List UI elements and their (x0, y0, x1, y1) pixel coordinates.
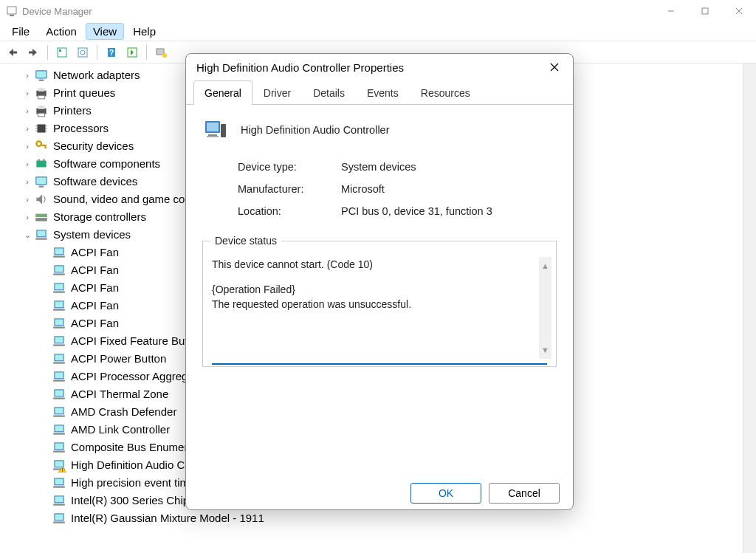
maximize-button[interactable] (688, 0, 722, 22)
svg-rect-10 (78, 48, 87, 57)
svg-rect-75 (55, 408, 63, 413)
chevron-right-icon[interactable]: › (22, 102, 32, 120)
vertical-scrollbar[interactable] (743, 63, 756, 553)
app-icon (6, 5, 18, 17)
menu-action[interactable]: Action (38, 23, 84, 40)
svg-rect-89 (53, 486, 65, 487)
dialog-titlebar: High Definition Audio Controller Propert… (186, 54, 573, 80)
chevron-right-icon[interactable]: › (22, 190, 32, 208)
menu-file[interactable]: File (4, 23, 37, 40)
tree-label: ACPI Fan (71, 279, 119, 297)
help-icon[interactable]: ? (103, 44, 120, 61)
svg-rect-9 (59, 49, 61, 52)
device-icon[interactable] (153, 44, 169, 61)
tab-events[interactable]: Events (356, 80, 410, 105)
refresh-icon[interactable] (75, 44, 91, 61)
tree-label: ACPI Thermal Zone (71, 385, 168, 403)
device-status-legend: Device status (210, 235, 281, 247)
device-icon (52, 298, 66, 313)
device-icon (52, 387, 66, 402)
tab-details[interactable]: Details (302, 80, 356, 105)
tree-label: ACPI Power Button (71, 350, 166, 368)
svg-rect-101 (208, 134, 217, 136)
svg-rect-67 (53, 362, 65, 363)
titlebar: Device Manager (0, 0, 756, 22)
svg-rect-15 (157, 49, 164, 55)
svg-rect-21 (38, 88, 45, 91)
status-line-1: This device cannot start. (Code 10) (212, 257, 535, 272)
chevron-right-icon[interactable]: › (22, 173, 32, 190)
computer-icon (202, 117, 229, 143)
svg-text:?: ? (109, 49, 114, 57)
device-icon (34, 192, 49, 207)
svg-rect-41 (39, 186, 44, 188)
cancel-button[interactable]: Cancel (489, 483, 560, 504)
tab-driver[interactable]: Driver (252, 80, 302, 105)
minimize-button[interactable] (654, 0, 688, 22)
close-button[interactable] (722, 0, 756, 22)
device-icon (52, 422, 66, 437)
dialog-close-button[interactable] (543, 56, 566, 78)
device-icon (34, 157, 49, 171)
chevron-right-icon[interactable]: › (22, 155, 32, 173)
svg-rect-61 (53, 326, 65, 328)
chevron-right-icon[interactable]: › (22, 137, 32, 155)
device-icon (34, 86, 49, 100)
tree-label: ACPI Fan (71, 297, 119, 315)
chevron-down-icon[interactable]: ⌄ (22, 226, 32, 244)
dialog-body: High Definition Audio Controller Device … (186, 105, 573, 478)
svg-rect-25 (38, 113, 45, 116)
status-scrollbar[interactable]: ▲ ▼ (539, 257, 551, 359)
label-location: Location: (238, 205, 341, 217)
dialog-buttons: OK Cancel (186, 478, 573, 504)
svg-rect-46 (35, 238, 47, 239)
svg-point-16 (162, 53, 167, 58)
svg-rect-99 (207, 123, 219, 131)
chevron-right-icon[interactable]: › (22, 120, 32, 137)
ok-button[interactable]: OK (410, 483, 481, 504)
svg-rect-79 (53, 433, 65, 434)
forward-button[interactable] (25, 44, 41, 61)
back-button[interactable] (4, 44, 21, 61)
device-icon (52, 405, 66, 419)
svg-rect-72 (55, 390, 63, 396)
device-icon: ! (52, 458, 66, 473)
scan-icon[interactable] (124, 44, 140, 61)
device-icon (34, 103, 49, 118)
tree-device[interactable]: Intel(R) Gaussian Mixture Model - 1911 (15, 509, 743, 527)
svg-rect-18 (36, 71, 46, 78)
svg-rect-49 (53, 255, 65, 257)
tab-resources[interactable]: Resources (410, 80, 481, 105)
svg-rect-100 (221, 124, 226, 137)
tree-label: High precision event timer (71, 474, 199, 492)
tree-label: Processors (53, 120, 109, 137)
chevron-right-icon[interactable]: › (22, 84, 32, 102)
svg-text:!: ! (62, 467, 63, 473)
tree-label: Intel(R) Gaussian Mixture Model - 1911 (71, 509, 264, 527)
device-status-text[interactable]: This device cannot start. (Code 10) {Ope… (206, 253, 553, 363)
device-icon (52, 281, 66, 295)
toolbar-separator (97, 45, 97, 60)
properties-icon[interactable] (54, 44, 70, 61)
tree-label: ACPI Fixed Feature Button (71, 332, 203, 350)
scroll-down-icon[interactable]: ▼ (541, 343, 549, 357)
svg-rect-70 (53, 379, 65, 381)
chevron-right-icon[interactable]: › (22, 66, 32, 84)
device-info-grid: Device type: System devices Manufacturer… (238, 161, 557, 217)
tree-label: ACPI Fan (71, 315, 119, 332)
tree-label: ACPI Fan (71, 261, 119, 279)
menu-view[interactable]: View (86, 23, 124, 40)
svg-rect-1 (10, 15, 14, 16)
scroll-up-icon[interactable]: ▲ (541, 258, 549, 273)
tab-general[interactable]: General (193, 80, 252, 105)
device-icon (34, 227, 49, 242)
value-location: PCI bus 0, device 31, function 3 (341, 205, 557, 217)
menu-help[interactable]: Help (126, 23, 163, 40)
svg-rect-55 (53, 291, 65, 292)
tree-label: AMD Link Controller (71, 421, 170, 439)
tree-label: AMD Crash Defender (71, 403, 176, 421)
svg-rect-40 (36, 177, 46, 184)
chevron-right-icon[interactable]: › (22, 208, 32, 226)
status-focus-underline (212, 363, 547, 365)
svg-rect-91 (55, 496, 63, 502)
